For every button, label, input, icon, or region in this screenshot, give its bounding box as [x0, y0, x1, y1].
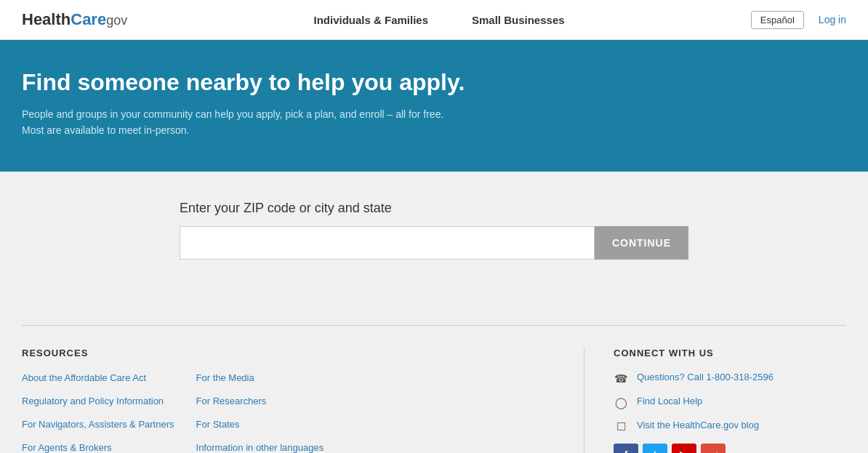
connect-local-help: ◯ Find Local Help — [614, 396, 846, 409]
logo-care: Care — [71, 10, 106, 28]
hero-subtitle: People and groups in your community can … — [22, 106, 458, 139]
resource-researchers[interactable]: For Researchers — [196, 395, 324, 408]
resource-languages[interactable]: Information in other languages — [196, 441, 324, 453]
resources-heading: RESOURCES — [22, 348, 555, 358]
resource-aca[interactable]: About the Affordable Care Act — [22, 372, 174, 385]
connect-blog: ☐ Visit the HealthCare.gov blog — [614, 420, 846, 433]
header-right: Español Log in — [751, 11, 846, 29]
hero-banner: Find someone nearby to help you apply. P… — [0, 40, 868, 172]
espanol-button[interactable]: Español — [751, 11, 804, 29]
section-divider — [22, 325, 846, 326]
resources-links: About the Affordable Care Act Regulatory… — [22, 372, 555, 453]
connect-phone: ☎ Questions? Call 1-800-318-2596 — [614, 372, 846, 385]
header: HealthCaregov Individuals & Families Sma… — [0, 0, 868, 40]
footer-section: RESOURCES About the Affordable Care Act … — [0, 348, 868, 453]
resources-col2: For the Media For Researchers For States… — [196, 372, 324, 453]
main-content: Enter your ZIP code or city and state CO… — [0, 172, 868, 289]
facebook-button[interactable]: f — [614, 444, 638, 453]
continue-button[interactable]: CONTINUE — [595, 226, 688, 260]
twitter-button[interactable]: t — [643, 444, 667, 453]
connect-heading: CONNECT WITH US — [614, 348, 846, 358]
chat-icon: ☐ — [614, 420, 628, 433]
blog-link[interactable]: Visit the HealthCare.gov blog — [637, 420, 759, 430]
resource-states[interactable]: For States — [196, 418, 324, 431]
phone-link[interactable]: Questions? Call 1-800-318-2596 — [637, 372, 773, 382]
search-row: CONTINUE — [180, 226, 688, 260]
resource-agents[interactable]: For Agents & Brokers — [22, 441, 174, 453]
resource-regulatory[interactable]: Regulatory and Policy Information — [22, 395, 174, 408]
local-help-link[interactable]: Find Local Help — [637, 396, 702, 406]
youtube-button[interactable]: ▶ — [672, 444, 696, 453]
search-section: Enter your ZIP code or city and state CO… — [180, 201, 688, 260]
googleplus-button[interactable]: g+ — [701, 444, 726, 453]
search-label: Enter your ZIP code or city and state — [180, 201, 688, 216]
main-nav: Individuals & Families Small Businesses — [127, 14, 751, 26]
logo-health: Health — [22, 10, 71, 28]
connect-column: CONNECT WITH US ☎ Questions? Call 1-800-… — [584, 348, 846, 453]
zip-input[interactable] — [180, 226, 595, 260]
phone-icon: ☎ — [614, 372, 628, 385]
resource-media[interactable]: For the Media — [196, 372, 324, 385]
nav-small-businesses[interactable]: Small Businesses — [472, 14, 565, 26]
logo-gov: gov — [106, 13, 127, 28]
resources-col1: About the Affordable Care Act Regulatory… — [22, 372, 174, 453]
logo: HealthCaregov — [22, 10, 127, 29]
login-link[interactable]: Log in — [819, 14, 846, 25]
hero-title: Find someone nearby to help you apply. — [22, 69, 531, 96]
person-icon: ◯ — [614, 396, 628, 409]
resource-navigators[interactable]: For Navigators, Assisters & Partners — [22, 418, 174, 431]
social-icons: f t ▶ g+ — [614, 444, 846, 453]
resources-column: RESOURCES About the Affordable Care Act … — [22, 348, 584, 453]
nav-individuals[interactable]: Individuals & Families — [313, 14, 428, 26]
